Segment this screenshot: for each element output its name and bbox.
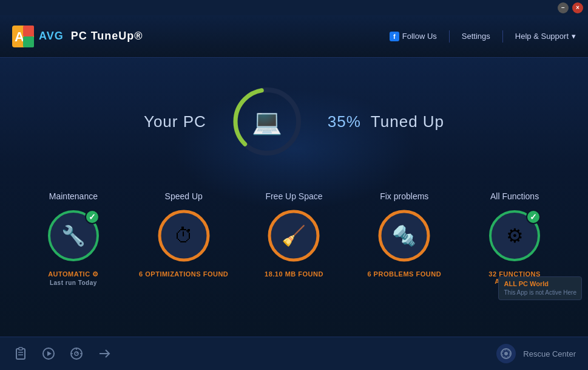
arrow-right-icon <box>98 347 111 360</box>
speedup-icon: ⏱ <box>174 225 194 247</box>
nav-divider-2 <box>502 30 503 43</box>
speedup-status: 6 OPTIMIZATIONS FOUND <box>139 270 228 278</box>
dashboard-button[interactable] <box>68 345 85 362</box>
dashboard-icon <box>69 347 84 360</box>
play-button[interactable] <box>40 345 57 362</box>
maintenance-icon-wrapper: 🔧 ✓ <box>46 208 101 263</box>
svg-text:A: A <box>15 29 24 44</box>
logo-area: A AVG PC TuneUp® <box>12 26 390 47</box>
hero-section: Your PC 💻 35% Tuned Up <box>0 58 588 185</box>
rescue-center-label: Rescue Center <box>523 349 576 358</box>
bottom-right: Rescue Center <box>496 344 576 363</box>
settings-label: Settings <box>462 32 490 41</box>
svg-rect-12 <box>19 348 22 350</box>
maintenance-title: Maintenance <box>49 191 98 201</box>
main-content: Your PC 💻 35% Tuned Up Maintenance <box>0 58 588 337</box>
svg-marker-16 <box>47 351 52 356</box>
fixproblems-title: Fix problems <box>380 191 428 201</box>
watermark-brand: ALL PC World <box>504 279 576 289</box>
hero-left-text: Your PC <box>144 112 206 131</box>
nav-divider-1 <box>449 30 450 43</box>
follow-us-label: Follow Us <box>402 32 437 41</box>
speedup-icon-wrapper: ⏱ <box>157 208 211 263</box>
freeupspace-icon: 🧹 <box>282 224 306 247</box>
maintenance-card[interactable]: Maintenance 🔧 ✓ AUTOMATIC ⚙ Last run Tod… <box>28 191 119 286</box>
freeupspace-card[interactable]: Free Up Space 🧹 18.10 MB FOUND <box>248 191 339 278</box>
settings-button[interactable]: Settings <box>462 32 490 41</box>
minimize-button[interactable]: − <box>558 2 569 13</box>
header: A AVG PC TuneUp® f Follow Us Settings He… <box>0 15 588 58</box>
rescue-icon <box>501 348 512 359</box>
help-support-button[interactable]: Help & Support ▾ <box>515 32 576 41</box>
svg-rect-2 <box>23 26 34 36</box>
maintenance-badge: ✓ <box>85 210 100 224</box>
allfunctions-icon: ⚙ <box>506 224 524 247</box>
hero-right-text: 35% Tuned Up <box>328 112 444 131</box>
play-icon <box>42 347 55 360</box>
watermark-text: This App is not Active Here <box>504 289 576 297</box>
fixproblems-status: 6 PROBLEMS FOUND <box>367 270 441 278</box>
window-controls: − × <box>558 2 583 13</box>
svg-point-25 <box>504 352 508 355</box>
facebook-icon: f <box>390 32 399 41</box>
bottom-bar: Rescue Center <box>0 337 588 370</box>
help-support-label: Help & Support <box>515 32 569 41</box>
allfunctions-icon-wrapper: ⚙ ✓ <box>487 208 542 263</box>
allfunctions-badge: ✓ <box>526 210 541 224</box>
laptop-icon: 💻 <box>252 108 282 136</box>
clipboard-icon <box>14 347 27 360</box>
follow-us-button[interactable]: f Follow Us <box>390 32 437 41</box>
clipboard-button[interactable] <box>12 345 29 362</box>
maintenance-status: AUTOMATIC ⚙ Last run Today <box>48 270 99 286</box>
watermark: ALL PC World This App is not Active Here <box>498 276 582 300</box>
freeupspace-title: Free Up Space <box>265 191 322 201</box>
speedup-title: Speed Up <box>165 191 203 201</box>
rescue-center-icon-button[interactable] <box>496 344 516 363</box>
allfunctions-title: All Functions <box>490 191 539 201</box>
tuneup-percent: 35% <box>328 112 361 131</box>
svg-rect-3 <box>23 36 34 47</box>
freeupspace-icon-wrapper: 🧹 <box>266 208 321 263</box>
feature-cards: Maintenance 🔧 ✓ AUTOMATIC ⚙ Last run Tod… <box>0 191 588 286</box>
chevron-down-icon: ▾ <box>572 32 576 41</box>
fixproblems-icon-wrapper: 🔩 <box>377 208 431 263</box>
allfunctions-card[interactable]: All Functions ⚙ ✓ 32 FUNCTIONS AVAILABLE <box>469 191 560 285</box>
svg-line-22 <box>76 352 78 354</box>
maintenance-icon: 🔧 <box>61 224 86 247</box>
title-bar: − × <box>0 0 588 15</box>
fixproblems-icon: 🔩 <box>392 224 416 247</box>
bottom-left-icons <box>12 345 496 362</box>
close-button[interactable]: × <box>572 2 583 13</box>
fixproblems-card[interactable]: Fix problems 🔩 6 PROBLEMS FOUND <box>359 191 450 278</box>
avg-logo-icon: A <box>12 26 34 47</box>
tuneup-gauge: 💻 <box>231 85 303 158</box>
freeupspace-status: 18.10 MB FOUND <box>265 270 323 278</box>
logo-text: AVG PC TuneUp® <box>39 30 143 43</box>
arrow-right-button[interactable] <box>96 345 113 362</box>
speedup-card[interactable]: Speed Up ⏱ 6 OPTIMIZATIONS FOUND <box>138 191 229 278</box>
header-nav: f Follow Us Settings Help & Support ▾ <box>390 30 576 43</box>
logo-product: PC TuneUp® <box>71 30 143 42</box>
